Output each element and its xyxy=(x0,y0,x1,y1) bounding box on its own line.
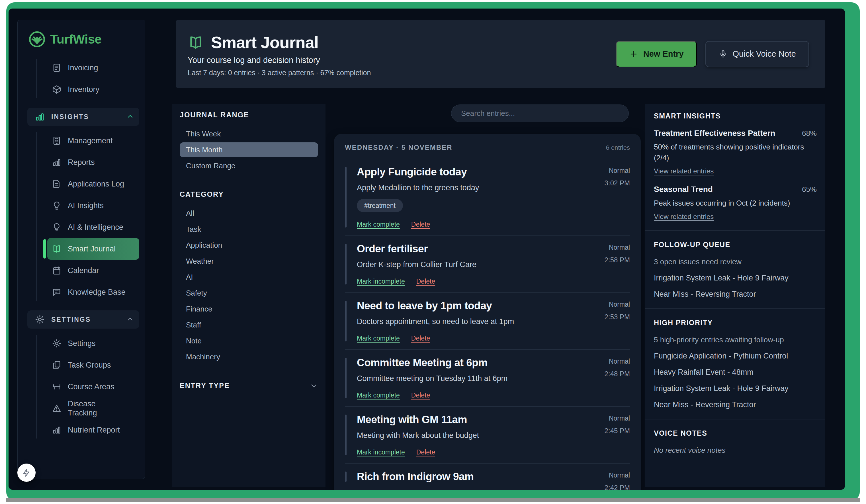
sidebar-item-reports[interactable]: Reports xyxy=(47,152,139,173)
delete-link[interactable]: Delete xyxy=(417,448,435,456)
sidebar-item-applications-log[interactable]: Applications Log xyxy=(47,173,139,195)
entry-title: Apply Fungicide today xyxy=(357,166,630,178)
delete-link[interactable]: Delete xyxy=(411,392,430,399)
area-icon xyxy=(52,382,62,392)
mark-complete-link[interactable]: Mark incomplete xyxy=(357,278,405,285)
high-priority-item: Heavy Rainfall Event - 48mm xyxy=(654,368,817,377)
chevron-up-icon xyxy=(126,113,134,121)
category-option-ai[interactable]: AI xyxy=(180,270,318,284)
lightbulb-icon xyxy=(52,222,62,232)
package-icon xyxy=(52,85,62,94)
sidebar-section-insights[interactable]: INSIGHTS xyxy=(27,108,139,126)
filter-divider xyxy=(172,182,325,182)
page-stats: Last 7 days: 0 entries · 3 active patter… xyxy=(188,69,371,77)
entry-type-heading: ENTRY TYPE xyxy=(180,382,230,390)
sidebar: TurfWise InvoicingInventoryINSIGHTSManag… xyxy=(18,20,145,479)
sidebar-group-top: InvoicingInventory xyxy=(18,57,145,100)
high-priority-item: Irrigation System Leak - Hole 9 Fairway xyxy=(654,384,817,393)
filter-panel: JOURNAL RANGE This WeekThis MonthCustom … xyxy=(172,104,325,487)
entry-description: Meeting with Mark about the budget xyxy=(357,431,630,440)
sidebar-item-ai-insights[interactable]: AI Insights xyxy=(47,195,139,216)
entry-accent-bar xyxy=(345,167,346,227)
entry-actions: Mark completeDelete xyxy=(357,221,630,228)
entry-type-toggle[interactable]: ENTRY TYPE xyxy=(180,381,318,390)
range-option-custom-range[interactable]: Custom Range xyxy=(180,158,318,173)
indent-guide xyxy=(36,59,37,98)
sidebar-item-knowledge-base[interactable]: Knowledge Base xyxy=(47,281,139,303)
journal-entry: Need to leave by 1pm todayDoctors appoin… xyxy=(345,292,630,349)
quick-actions-fab[interactable] xyxy=(18,463,36,482)
sidebar-item-label: Invoicing xyxy=(68,63,98,72)
page-header: Smart Journal Your course log and decisi… xyxy=(176,20,825,88)
indent-guide xyxy=(36,132,37,301)
entry-title: Need to leave by 1pm today xyxy=(357,300,630,312)
entry-tags: #treatment xyxy=(357,199,630,212)
entries-list: Apply Fungicide todayApply Medallion to … xyxy=(334,159,641,490)
chat-icon xyxy=(52,287,62,297)
high-priority-item: Near Miss - Reversing Tractor xyxy=(654,400,817,409)
sidebar-section-label: INSIGHTS xyxy=(51,113,120,121)
new-entry-button[interactable]: New Entry xyxy=(616,41,697,67)
bar-chart-icon xyxy=(35,112,45,122)
sidebar-item-inventory[interactable]: Inventory xyxy=(47,79,139,100)
bottom-edge-strip xyxy=(6,498,860,502)
entry-time: 3:02 PM xyxy=(604,179,630,187)
entry-actions: Mark completeDelete xyxy=(357,392,630,399)
category-option-all[interactable]: All xyxy=(180,206,318,221)
entry-meta: Normal2:48 PM xyxy=(604,358,630,378)
quick-voice-note-button[interactable]: Quick Voice Note xyxy=(706,41,809,67)
mark-complete-link[interactable]: Mark complete xyxy=(357,221,400,228)
high-priority-list: Fungicide Application - Pythium ControlH… xyxy=(654,352,817,409)
sidebar-item-label: Reports xyxy=(68,158,95,167)
entry-accent-bar xyxy=(345,301,346,341)
range-option-this-month[interactable]: This Month xyxy=(180,142,318,157)
search-input[interactable] xyxy=(451,104,629,122)
sidebar-item-task-groups[interactable]: Task Groups xyxy=(47,354,139,376)
sidebar-item-settings[interactable]: Settings xyxy=(47,333,139,354)
delete-link[interactable]: Delete xyxy=(411,335,430,342)
category-option-safety[interactable]: Safety xyxy=(180,285,318,300)
sidebar-item-nutrient-report[interactable]: Nutrient Report xyxy=(47,419,139,441)
journal-entries-card: WEDNESDAY · 5 NOVEMBER 6 entries Apply F… xyxy=(334,134,641,490)
sidebar-item-disease-tracking[interactable]: Disease Tracking xyxy=(47,397,139,419)
sidebar-item-invoicing[interactable]: Invoicing xyxy=(47,57,139,79)
category-option-machinery[interactable]: Machinery xyxy=(180,349,318,364)
delete-link[interactable]: Delete xyxy=(417,278,435,285)
sidebar-item-smart-journal[interactable]: Smart Journal xyxy=(47,238,139,260)
range-option-this-week[interactable]: This Week xyxy=(180,126,318,141)
sidebar-item-label: Task Groups xyxy=(68,360,111,370)
logo[interactable]: TurfWise xyxy=(18,20,145,56)
entry-description: Committee meeting on Tuesday 11th at 6pm xyxy=(357,374,630,383)
mark-complete-link[interactable]: Mark complete xyxy=(357,335,400,342)
mark-complete-link[interactable]: Mark complete xyxy=(357,392,400,399)
entry-title: Rich from Indigrow 9am xyxy=(357,471,630,483)
category-option-weather[interactable]: Weather xyxy=(180,254,318,269)
insight-item: Seasonal Trend65%Peak issues occurring i… xyxy=(654,185,817,221)
voice-notes-heading: VOICE NOTES xyxy=(654,429,817,437)
mark-complete-link[interactable]: Mark incomplete xyxy=(357,448,405,456)
sidebar-item-ai-intelligence[interactable]: AI & Intelligence xyxy=(47,216,139,238)
new-entry-label: New Entry xyxy=(643,49,684,59)
followup-queue-item: Irrigation System Leak - Hole 9 Fairway xyxy=(654,273,817,282)
entry-description: Doctors appointment, so need to leave at… xyxy=(357,317,630,326)
sidebar-item-calendar[interactable]: Calendar xyxy=(47,260,139,281)
view-related-entries-link[interactable]: View related entries xyxy=(654,213,714,221)
entry-description: Apply Medallion to the greens today xyxy=(357,183,630,192)
sidebar-item-management[interactable]: Management xyxy=(47,130,139,152)
insight-title: Treatment Effectiveness Pattern xyxy=(654,129,775,138)
category-option-finance[interactable]: Finance xyxy=(180,302,318,316)
sidebar-section-settings[interactable]: SETTINGS xyxy=(27,310,139,328)
entry-meta: Normal2:45 PM xyxy=(604,415,630,435)
sidebar-item-course-areas[interactable]: Course Areas xyxy=(47,376,139,397)
category-option-application[interactable]: Application xyxy=(180,238,318,253)
voice-notes-empty: No recent voice notes xyxy=(654,446,817,455)
category-option-note[interactable]: Note xyxy=(180,334,318,348)
entry-tag[interactable]: #treatment xyxy=(357,199,403,212)
view-related-entries-link[interactable]: View related entries xyxy=(654,167,714,175)
chevron-up-icon xyxy=(126,315,134,324)
delete-link[interactable]: Delete xyxy=(411,221,430,228)
category-option-task[interactable]: Task xyxy=(180,222,318,237)
insight-description: Peak issues occurring in Oct (2 incident… xyxy=(654,198,817,209)
building-icon xyxy=(52,136,62,146)
category-option-staff[interactable]: Staff xyxy=(180,317,318,332)
